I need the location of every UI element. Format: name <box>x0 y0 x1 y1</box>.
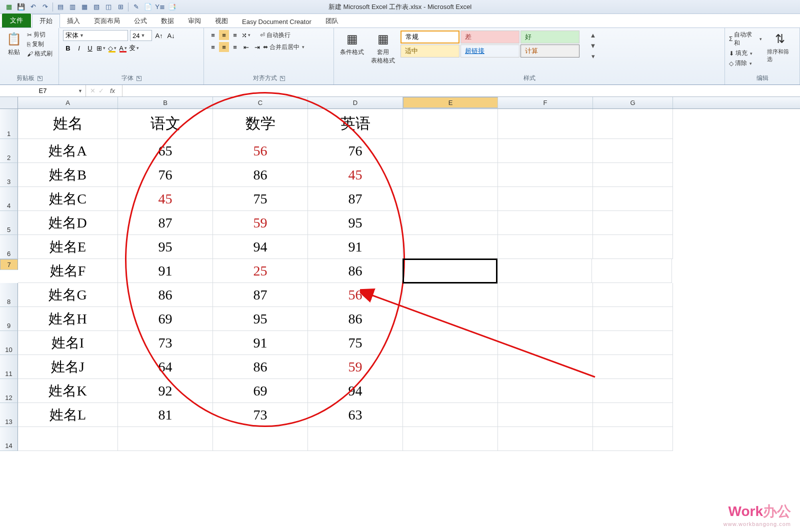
cell-E4[interactable] <box>403 187 498 211</box>
cell-A11[interactable]: 姓名J <box>18 355 118 379</box>
select-all-corner[interactable] <box>0 97 18 108</box>
cell-D8[interactable]: 56 <box>308 283 403 307</box>
cell-G2[interactable] <box>593 139 673 163</box>
cell-C14[interactable] <box>213 427 308 451</box>
cell-F5[interactable] <box>498 211 593 235</box>
cell-E2[interactable] <box>403 139 498 163</box>
style-expand-icon[interactable]: ▾ <box>588 51 598 61</box>
cell-B11[interactable]: 64 <box>118 355 213 379</box>
cell-A4[interactable]: 姓名C <box>18 187 118 211</box>
row-header-7[interactable]: 7 <box>0 259 18 270</box>
name-box[interactable]: E7▼ <box>0 85 86 96</box>
cell-C12[interactable]: 69 <box>213 379 308 403</box>
cell-E10[interactable] <box>403 331 498 355</box>
style-scroll-down-icon[interactable]: ▼ <box>588 40 598 50</box>
align-right-icon[interactable]: ≡ <box>230 42 240 52</box>
tab-insert[interactable]: 插入 <box>60 14 87 28</box>
row-header-11[interactable]: 11 <box>0 355 18 379</box>
cell-F13[interactable] <box>498 403 593 427</box>
tab-review[interactable]: 审阅 <box>181 14 208 28</box>
tab-view[interactable]: 视图 <box>208 14 235 28</box>
cell-C2[interactable]: 56 <box>213 139 308 163</box>
cell-F14[interactable] <box>498 427 593 451</box>
cell-G10[interactable] <box>593 331 673 355</box>
cell-C5[interactable]: 59 <box>213 211 308 235</box>
qat-btn8[interactable]: 📄 <box>143 2 153 12</box>
clear-button[interactable]: ◇清除▾ <box>729 58 762 68</box>
cell-G9[interactable] <box>593 307 673 331</box>
increase-font-icon[interactable]: A↑ <box>154 30 164 40</box>
cell-C13[interactable]: 73 <box>213 403 308 427</box>
fx-icon[interactable]: fx <box>107 87 118 94</box>
cell-A14[interactable] <box>18 427 118 451</box>
tab-team[interactable]: 团队 <box>318 14 346 28</box>
cell-C4[interactable]: 75 <box>213 187 308 211</box>
row-header-12[interactable]: 12 <box>0 379 18 403</box>
tab-formulas[interactable]: 公式 <box>127 14 154 28</box>
row-header-4[interactable]: 4 <box>0 187 18 211</box>
column-header-C[interactable]: C <box>213 97 308 108</box>
cell-E3[interactable] <box>403 163 498 187</box>
cell-F4[interactable] <box>498 187 593 211</box>
conditional-format-button[interactable]: ▦ 条件格式 <box>338 30 366 58</box>
cell-A6[interactable]: 姓名E <box>18 235 118 259</box>
font-name-select[interactable]: 宋体▼ <box>63 30 128 41</box>
cell-C3[interactable]: 86 <box>213 163 308 187</box>
phonetic-button[interactable]: 变▾ <box>129 43 139 53</box>
bold-button[interactable]: B <box>63 43 73 53</box>
cell-C10[interactable]: 91 <box>213 331 308 355</box>
row-header-14[interactable]: 14 <box>0 427 18 451</box>
format-painter-button[interactable]: 🖌格式刷 <box>27 49 52 58</box>
qat-btn6[interactable]: ⊞ <box>116 2 126 12</box>
row-header-2[interactable]: 2 <box>0 139 18 163</box>
border-button[interactable]: ⊞▾ <box>96 43 106 53</box>
cell-D10[interactable]: 75 <box>308 331 403 355</box>
style-link[interactable]: 超链接 <box>460 44 520 58</box>
merge-center-button[interactable]: ⬌合并后居中▾ <box>263 42 304 52</box>
cell-D7[interactable]: 86 <box>308 259 403 283</box>
wrap-text-button[interactable]: ⏎自动换行 <box>260 30 290 40</box>
tab-home[interactable]: 开始 <box>32 14 60 28</box>
row-header-1[interactable]: 1 <box>0 109 18 139</box>
cell-A13[interactable]: 姓名L <box>18 403 118 427</box>
cell-A7[interactable]: 姓名F <box>18 259 118 283</box>
undo-icon[interactable]: ↶ <box>28 2 38 12</box>
cell-D4[interactable]: 87 <box>308 187 403 211</box>
sort-filter-button[interactable]: ⇅ 排序和筛选 <box>765 30 796 64</box>
cell-A9[interactable]: 姓名H <box>18 307 118 331</box>
cell-F3[interactable] <box>498 163 593 187</box>
style-calc[interactable]: 计算 <box>520 44 580 58</box>
cell-E7[interactable] <box>402 258 498 284</box>
style-bad[interactable]: 差 <box>460 30 520 44</box>
cell-B1[interactable]: 语文 <box>118 109 213 139</box>
style-scroll-up-icon[interactable]: ▲ <box>588 30 598 40</box>
qat-btn3[interactable]: ▦ <box>80 2 90 12</box>
cell-B2[interactable]: 65 <box>118 139 213 163</box>
cell-D6[interactable]: 91 <box>308 235 403 259</box>
cell-B12[interactable]: 92 <box>118 379 213 403</box>
qat-btn4[interactable]: ▧ <box>92 2 102 12</box>
redo-icon[interactable]: ↷ <box>40 2 50 12</box>
cell-A1[interactable]: 姓名 <box>18 109 118 139</box>
style-normal[interactable]: 常规 <box>400 30 460 44</box>
cell-E6[interactable] <box>403 235 498 259</box>
cell-A2[interactable]: 姓名A <box>18 139 118 163</box>
cell-E1[interactable] <box>403 109 498 139</box>
cell-F7[interactable] <box>497 259 592 283</box>
copy-button[interactable]: ⎘复制 <box>27 40 52 49</box>
underline-button[interactable]: U <box>85 43 95 53</box>
cell-A5[interactable]: 姓名D <box>18 211 118 235</box>
cell-E14[interactable] <box>403 427 498 451</box>
cell-E9[interactable] <box>403 307 498 331</box>
cell-C8[interactable]: 87 <box>213 283 308 307</box>
cell-E11[interactable] <box>403 355 498 379</box>
cell-A12[interactable]: 姓名K <box>18 379 118 403</box>
cell-C9[interactable]: 95 <box>213 307 308 331</box>
cell-D9[interactable]: 86 <box>308 307 403 331</box>
indent-increase-icon[interactable]: ⇥ <box>252 42 262 52</box>
align-launcher[interactable] <box>280 76 285 81</box>
cell-G13[interactable] <box>593 403 673 427</box>
tab-data[interactable]: 数据 <box>154 14 181 28</box>
column-header-D[interactable]: D <box>308 97 403 108</box>
cell-B13[interactable]: 81 <box>118 403 213 427</box>
